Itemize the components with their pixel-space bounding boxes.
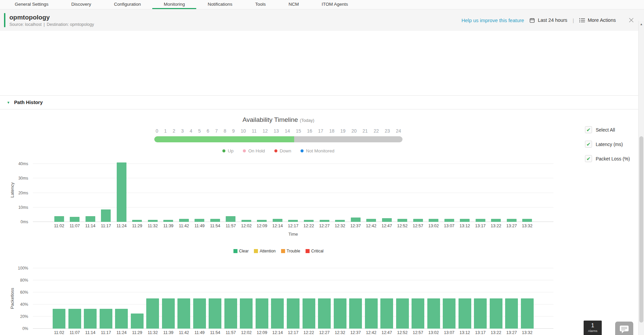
- packetloss-bar-13:27[interactable]: [505, 298, 518, 329]
- scrollbar[interactable]: ▲: [638, 21, 644, 335]
- packetloss-bar-13:17[interactable]: [474, 298, 487, 329]
- packetloss-bar-11:24[interactable]: [115, 309, 128, 329]
- title-accent-bar: [4, 13, 5, 27]
- packetloss-bar-13:32[interactable]: [521, 298, 534, 329]
- latency-bar-12:52[interactable]: [397, 219, 407, 222]
- packetloss-bar-11:02[interactable]: [53, 309, 65, 329]
- latency-bar-11:39[interactable]: [163, 220, 173, 222]
- nav-tab-monitoring[interactable]: Monitoring: [152, 0, 196, 9]
- packetloss-bar-11:14[interactable]: [84, 309, 97, 329]
- x-tick-label: 11:49: [192, 224, 208, 228]
- packetloss-bar-11:32[interactable]: [146, 298, 159, 329]
- y-tick-label: 10ms: [18, 205, 28, 210]
- nav-tab-general-settings[interactable]: General Settings: [3, 0, 60, 9]
- latency-bar-12:32[interactable]: [335, 220, 345, 222]
- latency-bar-11:42[interactable]: [179, 219, 189, 222]
- close-button[interactable]: [629, 17, 634, 23]
- nav-tab-notifications[interactable]: Notifications: [196, 0, 244, 9]
- packetloss-bar-13:12[interactable]: [459, 298, 471, 329]
- nav-tab-itom-agents[interactable]: ITOM Agents: [310, 0, 360, 9]
- status-legend-item-critical[interactable]: Critical: [306, 249, 324, 253]
- latency-bar-11:32[interactable]: [148, 220, 158, 222]
- packetloss-bar-11:57[interactable]: [224, 298, 237, 329]
- latency-bar-12:37[interactable]: [351, 218, 361, 222]
- packetloss-bar-12:22[interactable]: [303, 298, 315, 329]
- checkbox-box[interactable]: ✔: [585, 155, 592, 162]
- latency-bar-11:24[interactable]: [117, 162, 126, 222]
- latency-bar-12:09[interactable]: [257, 220, 267, 222]
- latency-bar-12:14[interactable]: [273, 219, 282, 222]
- latency-bar-13:17[interactable]: [476, 219, 485, 222]
- latency-bar-11:57[interactable]: [226, 216, 235, 222]
- status-legend-item-trouble[interactable]: Trouble: [281, 249, 300, 253]
- scrollbar-thumb[interactable]: [639, 136, 643, 323]
- packetloss-bar-12:14[interactable]: [271, 298, 284, 329]
- packetloss-bar-12:02[interactable]: [240, 298, 253, 329]
- status-legend-item-attention[interactable]: Attention: [254, 249, 275, 253]
- packetloss-bar-11:49[interactable]: [193, 298, 206, 329]
- packetloss-bar-12:57[interactable]: [412, 298, 424, 329]
- latency-bar-12:22[interactable]: [304, 220, 314, 222]
- packetloss-bar-11:17[interactable]: [100, 309, 112, 329]
- latency-bar-11:14[interactable]: [86, 216, 95, 222]
- packetloss-bar-12:52[interactable]: [396, 298, 409, 329]
- path-history-body: Availability Timeline (Today) 0123456789…: [0, 116, 644, 335]
- packetloss-bar-11:39[interactable]: [162, 298, 175, 329]
- nav-tab-tools[interactable]: Tools: [244, 0, 277, 9]
- collapse-caret-icon[interactable]: ▼: [7, 101, 10, 104]
- latency-bar-11:02[interactable]: [54, 216, 64, 222]
- latency-bar-11:17[interactable]: [101, 209, 111, 222]
- packetloss-bar-11:42[interactable]: [177, 298, 190, 329]
- latency-bar-12:27[interactable]: [320, 220, 329, 222]
- checkbox-select-all[interactable]: ✔Select All: [585, 126, 630, 133]
- status-legend-item-clear[interactable]: Clear: [233, 249, 249, 253]
- packetloss-bar-12:27[interactable]: [318, 298, 331, 329]
- latency-bar-12:47[interactable]: [382, 218, 392, 222]
- latency-bar-12:02[interactable]: [241, 220, 251, 222]
- nav-tab-discovery[interactable]: Discovery: [60, 0, 103, 9]
- latency-bar-13:07[interactable]: [444, 219, 454, 222]
- packetloss-bar-13:02[interactable]: [427, 298, 440, 329]
- packetloss-bar-11:07[interactable]: [68, 309, 81, 329]
- y-tick-label: 40%: [20, 302, 28, 307]
- latency-bar-11:54[interactable]: [210, 219, 220, 222]
- packetloss-bar-12:32[interactable]: [334, 298, 346, 329]
- latency-bar-11:07[interactable]: [70, 217, 79, 222]
- latency-bar-13:27[interactable]: [507, 219, 517, 222]
- packetloss-bar-13:22[interactable]: [490, 298, 502, 329]
- packetloss-bar-11:29[interactable]: [131, 314, 144, 329]
- checkbox-box[interactable]: ✔: [585, 141, 592, 148]
- latency-bar-13:02[interactable]: [429, 219, 438, 222]
- hour-label: 1: [164, 128, 167, 134]
- packetloss-bar-13:07[interactable]: [443, 298, 455, 329]
- latency-bar-12:42[interactable]: [366, 219, 376, 222]
- checkbox-latency-ms[interactable]: ✔Latency (ms): [585, 141, 630, 148]
- packetloss-bar-12:37[interactable]: [349, 298, 362, 329]
- help-improve-link[interactable]: Help us improve this feature: [462, 17, 524, 23]
- packetloss-bar-12:42[interactable]: [365, 298, 378, 329]
- packetloss-bar-11:54[interactable]: [209, 298, 221, 329]
- latency-bar-12:57[interactable]: [413, 219, 423, 222]
- latency-bar-13:12[interactable]: [460, 219, 470, 222]
- latency-bar-11:29[interactable]: [132, 220, 142, 222]
- checkbox-box[interactable]: ✔: [585, 126, 592, 133]
- alarms-badge[interactable]: 1 Alarms: [584, 321, 602, 335]
- checkbox-packet-loss[interactable]: ✔Packet Loss (%): [585, 155, 630, 162]
- path-history-header[interactable]: ▼ Path History: [0, 95, 644, 109]
- more-actions-button[interactable]: More Actions: [579, 17, 616, 23]
- nav-tab-configuration[interactable]: Configuration: [103, 0, 152, 9]
- series-controls: ✔Select All✔Latency (ms)✔Packet Loss (%): [585, 126, 630, 170]
- bar-slot: [176, 158, 192, 222]
- latency-bar-11:49[interactable]: [195, 219, 204, 222]
- latency-bar-13:32[interactable]: [522, 219, 532, 222]
- packetloss-bar-12:09[interactable]: [256, 298, 268, 329]
- scrollbar-up-arrow[interactable]: ▲: [639, 21, 644, 26]
- nav-tab-ncm[interactable]: NCM: [277, 0, 310, 9]
- packetloss-bar-12:17[interactable]: [287, 298, 300, 329]
- time-range-selector[interactable]: Last 24 hours: [529, 17, 567, 23]
- x-tick-label: 11:17: [98, 330, 114, 335]
- latency-bar-12:17[interactable]: [288, 220, 298, 222]
- packetloss-bar-12:47[interactable]: [380, 298, 393, 329]
- chat-button[interactable]: [615, 322, 633, 335]
- latency-bar-13:22[interactable]: [491, 219, 501, 222]
